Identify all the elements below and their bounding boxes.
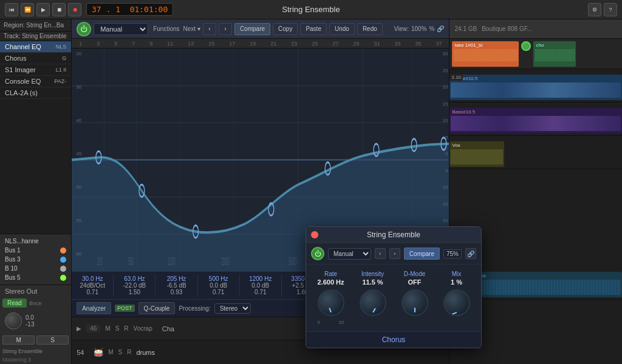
mix-value: 1 % xyxy=(451,278,462,286)
drums-track-label: drums xyxy=(136,349,155,356)
eq-paste-btn[interactable]: Paste xyxy=(300,23,327,35)
top-bar: ⏮ ⏪ ▶ ⏹ ⏺ 37 . 1 01:01:00 String Ensembl… xyxy=(0,0,622,19)
chorus-intensity-param: Intensity 11.5 % xyxy=(353,271,392,325)
plugin-item-chorus[interactable]: Chorus G xyxy=(0,53,71,64)
fast-back-btn[interactable]: ⏪ xyxy=(21,3,34,16)
clip-cho[interactable]: cho xyxy=(533,41,576,67)
post-badge: POST xyxy=(115,305,135,312)
analyzer-button[interactable]: Analyzer xyxy=(77,302,111,314)
clip-bass[interactable]: Bass#10.5 xyxy=(449,108,622,133)
plugin-item-channel-eq[interactable]: Channel EQ NLS xyxy=(0,41,71,53)
chorus-dmode-param: D-Mode OFF xyxy=(395,271,434,325)
chorus-title-bar: String Ensemble xyxy=(306,227,481,243)
track-info: Track: String Ensemble xyxy=(0,32,71,41)
clip-take1[interactable]: take 1#01_bi xyxy=(452,41,519,67)
intensity-knob[interactable] xyxy=(360,289,386,316)
drum-solo-btn[interactable]: S xyxy=(115,325,120,332)
bus-5[interactable]: Bus 5 xyxy=(2,273,69,282)
main-knob[interactable] xyxy=(5,312,22,329)
dmode-value: OFF xyxy=(408,278,422,286)
chorus-nav-next[interactable]: › xyxy=(389,248,400,259)
stereo-out-label: Stereo Out xyxy=(0,285,71,297)
help-btn[interactable]: ? xyxy=(604,3,617,16)
chorus-toolbar: ⏻ Manual ‹ › Compare 75% 🔗 xyxy=(306,243,481,265)
eq-redo-btn[interactable]: Redo xyxy=(357,23,383,35)
rate-scale: 0 20 xyxy=(318,320,344,325)
eq-undo-btn[interactable]: Undo xyxy=(329,23,355,35)
drums-mute-btn[interactable]: M xyxy=(108,349,113,356)
play-btn[interactable]: ▶ xyxy=(36,3,50,16)
bus-3[interactable]: Bus 3 xyxy=(2,255,69,264)
eq-preset-select[interactable]: Manual xyxy=(94,23,148,35)
drums-rec-btn[interactable]: R xyxy=(127,349,131,356)
chorus-compare-button[interactable]: Compare xyxy=(404,248,440,260)
chorus-nav-prev[interactable]: ‹ xyxy=(375,248,386,259)
chorus-link-button[interactable]: 🔗 xyxy=(465,248,476,259)
chorus-params: Rate 2.600 Hz 0 20 Intensity 11.5 % xyxy=(306,265,481,331)
transport-controls: ⏮ ⏪ ▶ ⏹ ⏺ xyxy=(5,3,81,16)
record-btn[interactable]: ⏺ xyxy=(68,3,81,16)
chorus-percent: 75% xyxy=(443,249,462,258)
solo-button[interactable]: S xyxy=(36,335,69,345)
record-indicator xyxy=(521,41,531,51)
rewind-btn[interactable]: ⏮ xyxy=(5,3,18,16)
chorus-close-button[interactable] xyxy=(311,231,318,238)
eq-power-button[interactable]: ⏻ xyxy=(77,22,91,36)
view-control: View: 100% % 🔗 xyxy=(394,25,445,32)
plugin-list: Channel EQ NLS Chorus G S1 Imager L1 II … xyxy=(0,41,71,234)
rate-value: 2.600 Hz xyxy=(317,278,344,286)
plugin-item-s1[interactable]: S1 Imager L1 II xyxy=(0,64,71,76)
intensity-label: Intensity xyxy=(361,271,384,277)
eq-copy-btn[interactable]: Copy xyxy=(273,23,298,35)
chorus-popup: String Ensemble ⏻ Manual ‹ › Compare 75%… xyxy=(306,226,482,348)
chorus-footer: Chorus xyxy=(306,331,481,348)
dmode-scale xyxy=(402,320,428,325)
chorus-preset-select[interactable]: Manual xyxy=(328,248,371,260)
clip-guitar[interactable]: Guitar#10.5 xyxy=(449,75,622,100)
plugin-item-console[interactable]: Console EQ PAZ- xyxy=(0,76,71,87)
processing-label: Processing: xyxy=(179,305,210,312)
eq-ruler: 1 3 5 7 9 11 13 15 17 19 21 23 25 27 29 … xyxy=(72,39,449,49)
stop-btn[interactable]: ⏹ xyxy=(52,3,66,16)
drums-solo-btn[interactable]: S xyxy=(118,349,123,356)
eq-nav-prev[interactable]: ‹ xyxy=(203,23,216,35)
mix-scale xyxy=(443,320,470,325)
eq-toolbar: ⏻ Manual Functions Next ▾ ‹ › Compare Co… xyxy=(72,19,449,39)
drum-mute-btn[interactable]: M xyxy=(105,325,110,332)
chorus-window-title: String Ensemble xyxy=(367,231,420,239)
track-indicator: 2.10 xyxy=(449,74,463,81)
bus-1[interactable]: Bus 1 xyxy=(2,246,69,255)
chorus-mix-param: Mix 1 % xyxy=(437,271,476,325)
drums-track-icon: 🥁 xyxy=(94,348,103,357)
intensity-scale xyxy=(360,320,386,325)
rate-knob[interactable] xyxy=(318,289,344,316)
drum-rec-btn[interactable]: R xyxy=(124,325,128,332)
mix-knob[interactable] xyxy=(443,289,470,316)
eq-band-1: 30.0 Hz 24dB/Oct 0.71 xyxy=(72,274,114,297)
chorus-power-button[interactable]: ⏻ xyxy=(311,247,324,260)
settings-btn[interactable]: ⚙ xyxy=(588,3,601,16)
read-button[interactable]: Read xyxy=(2,298,27,308)
mute-button[interactable]: M xyxy=(2,335,35,345)
eq-band-4: 500 Hz 0.0 dB 0.71 xyxy=(198,274,240,297)
bus-nls[interactable]: NLS...hanne xyxy=(2,237,69,246)
dmode-label: D-Mode xyxy=(404,271,426,277)
chorus-rate-param: Rate 2.600 Hz 0 20 xyxy=(311,271,350,325)
tracks-header: 24.1 GB Boutique 808 GF... xyxy=(449,19,622,39)
fader-area: 0.0 -13 xyxy=(0,309,71,333)
q-couple-button[interactable]: Q-Couple xyxy=(138,302,176,314)
bus-b10[interactable]: B 10 xyxy=(2,264,69,273)
time-display: 37 . 1 01:01:00 xyxy=(86,3,173,16)
eq-compare-btn[interactable]: Compare xyxy=(234,23,270,35)
string-ensemble-label: String Ensemble xyxy=(0,347,71,356)
drums-track-number: 54 xyxy=(77,349,89,356)
left-panel: Region: String En...Ba Track: String Ens… xyxy=(0,19,72,364)
clip-vox[interactable]: Vox xyxy=(449,141,504,167)
processing-select[interactable]: Stereo xyxy=(214,303,251,314)
dmode-knob[interactable] xyxy=(402,289,428,316)
bus-section: NLS...hanne Bus 1 Bus 3 B 10 Bus 5 xyxy=(0,234,71,285)
intensity-value: 11.5 % xyxy=(362,278,383,286)
plugin-item-cla[interactable]: CLA-2A (s) xyxy=(0,87,71,99)
region-info: Region: String En...Ba xyxy=(0,19,71,32)
eq-nav-next[interactable]: › xyxy=(219,23,232,35)
